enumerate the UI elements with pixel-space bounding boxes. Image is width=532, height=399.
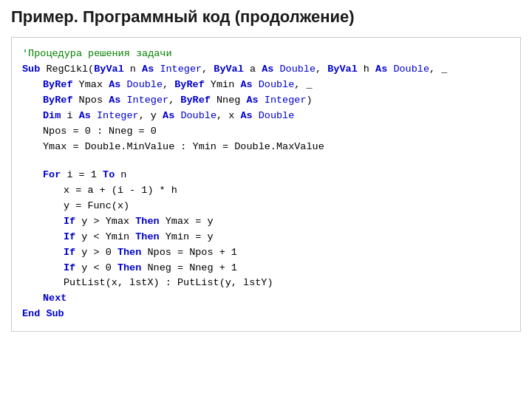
- if-ymin-line: If y < Ymin Then Ymin = y: [22, 230, 510, 245]
- kw-if4: If: [64, 262, 75, 273]
- putlist-line: PutList(x, lstX) : PutList(y, lstY): [22, 276, 510, 291]
- kw-then1: Then: [135, 216, 159, 227]
- type-double5: Double: [180, 110, 216, 121]
- kw-as7: As: [246, 95, 258, 106]
- kw-byref1: ByRef: [43, 79, 73, 90]
- kw-as3: As: [375, 64, 387, 75]
- comment-line: 'Процедура решения задачи: [22, 47, 510, 62]
- type-double2: Double: [393, 64, 429, 75]
- kw-as6: As: [109, 95, 120, 106]
- kw-byval1: ByVal: [94, 64, 124, 75]
- kw-byval2: ByVal: [214, 64, 244, 75]
- sub-declaration-line: Sub RegCikl(ByVal n As Integer, ByVal a …: [22, 62, 510, 78]
- kw-then4: Then: [117, 262, 141, 273]
- kw-as10: As: [240, 110, 252, 121]
- kw-as4: As: [109, 79, 120, 90]
- npos-nneg-line: Npos = 0 : Nneg = 0: [22, 124, 510, 140]
- end-sub-line: End Sub: [22, 307, 510, 322]
- x-assign-line: x = a + (i - 1) * h: [22, 183, 510, 199]
- code-block: 'Процедура решения задачи Sub RegCikl(By…: [11, 37, 521, 332]
- next-line: Next: [22, 291, 510, 307]
- empty-line-1: [22, 154, 510, 168]
- page-title: Пример. Программный код (продолжение): [11, 7, 521, 27]
- type-double4: Double: [259, 79, 295, 90]
- dim-line: Dim i As Integer, y As Double, x As Doub…: [22, 109, 510, 124]
- kw-as2: As: [262, 64, 273, 75]
- type-integer2: Integer: [126, 95, 168, 106]
- type-double6: Double: [259, 110, 295, 121]
- kw-sub: Sub: [22, 64, 40, 75]
- ymax-ymin-line: Ymax = Double.MinValue : Ymin = Double.M…: [22, 140, 510, 155]
- sub-params3-line: ByRef Npos As Integer, ByRef Nneg As Int…: [22, 93, 510, 109]
- type-integer4: Integer: [97, 110, 139, 121]
- if-nneg-line: If y < 0 Then Nneg = Nneg + 1: [22, 261, 510, 276]
- sub-params2-line: ByRef Ymax As Double, ByRef Ymin As Doub…: [22, 78, 510, 93]
- if-ymax-line: If y > Ymax Then Ymax = y: [22, 214, 510, 230]
- kw-if3: If: [64, 247, 75, 258]
- kw-as8: As: [79, 110, 91, 121]
- kw-as1: As: [142, 64, 154, 75]
- kw-end-sub: End Sub: [22, 308, 64, 319]
- kw-then3: Then: [117, 247, 141, 258]
- for-loop-line: For i = 1 To n: [22, 168, 510, 183]
- kw-byval3: ByVal: [327, 64, 358, 75]
- kw-then2: Then: [135, 231, 159, 242]
- kw-byref4: ByRef: [180, 95, 211, 106]
- kw-if1: If: [64, 216, 75, 227]
- kw-byref2: ByRef: [174, 79, 205, 90]
- kw-dim: Dim: [43, 110, 61, 121]
- kw-to: To: [103, 169, 115, 180]
- type-integer3: Integer: [265, 95, 307, 106]
- kw-next: Next: [43, 293, 66, 304]
- kw-byref3: ByRef: [43, 95, 73, 106]
- y-assign-line: y = Func(x): [22, 199, 510, 214]
- type-integer1: Integer: [160, 64, 202, 75]
- type-double1: Double: [279, 64, 316, 75]
- kw-as9: As: [163, 110, 174, 121]
- type-double3: Double: [126, 79, 163, 90]
- if-npos-line: If y > 0 Then Npos = Npos + 1: [22, 245, 510, 261]
- kw-as5: As: [240, 79, 252, 90]
- page-container: Пример. Программный код (продолжение) 'П…: [0, 0, 532, 399]
- kw-for: For: [43, 169, 61, 180]
- kw-if2: If: [64, 231, 75, 242]
